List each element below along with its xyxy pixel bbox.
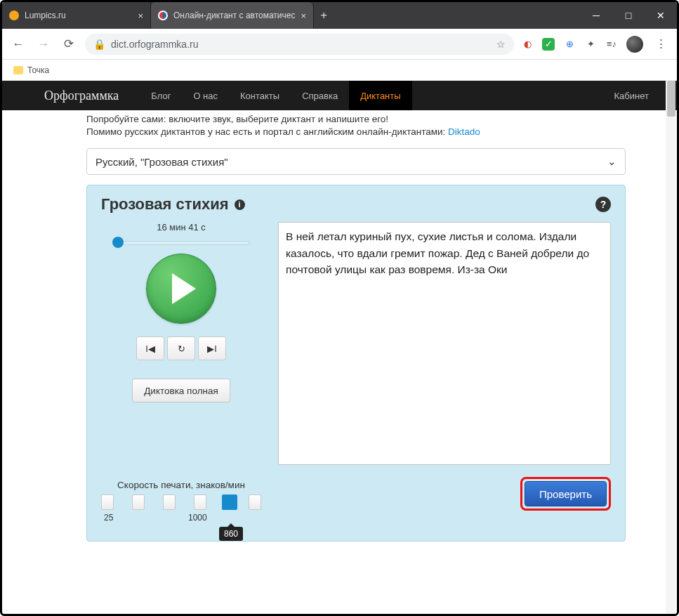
nav-about[interactable]: О нас [182,81,229,110]
mode-button[interactable]: Диктовка полная [132,379,230,402]
extensions-area: ◐ ✓ ⊕ ✦ ≡♪ ⋮ [521,35,670,53]
speed-tick[interactable] [194,494,206,510]
window-maximize-button[interactable]: □ [612,2,645,29]
profile-avatar[interactable] [626,36,643,53]
back-button[interactable]: ← [9,35,27,53]
new-tab-button[interactable]: + [314,2,334,29]
tab-title: Lumpics.ru [25,11,66,20]
card-title: Грозовая стихия [101,195,229,214]
speed-tick[interactable] [163,494,176,510]
check-button[interactable]: Проверить [525,481,607,506]
browser-toolbar: ← → ⟳ 🔒 dict.orfogrammka.ru ☆ ◐ ✓ ⊕ ✦ ≡♪… [2,29,677,60]
repeat-button[interactable]: ↻ [167,336,195,360]
check-highlight: Проверить [520,477,611,511]
address-bar[interactable]: 🔒 dict.orfogrammka.ru ☆ [85,34,514,55]
dictation-card: Грозовая стихия i ? 16 мин 41 с I◀ [86,185,626,542]
speed-max: 1000 [188,513,207,523]
speed-tooltip: 860 [219,527,243,541]
speed-tick[interactable] [132,494,145,510]
forward-button[interactable]: → [34,35,53,53]
reload-button[interactable]: ⟳ [60,35,78,53]
extensions-menu-icon[interactable]: ✦ [584,38,597,51]
speed-slider[interactable]: 25 1000 860 [101,494,261,520]
select-value: Русский, "Грозовая стихия" [95,156,228,168]
site-nav: Орфограммка Блог О нас Контакты Справка … [2,81,677,110]
favicon-icon [158,11,168,20]
star-icon[interactable]: ☆ [496,39,506,50]
progress-knob[interactable] [112,237,124,248]
scrollbar-track[interactable] [666,81,675,614]
speed-min: 25 [104,513,113,523]
scrollbar-thumb[interactable] [667,81,675,117]
help-icon[interactable]: ? [595,197,611,212]
window-titlebar: Lumpics.ru × Онлайн-диктант с автоматиче… [2,2,677,29]
chrome-menu-button[interactable]: ⋮ [652,35,670,53]
intro-line: Попробуйте сами: включите звук, выберите… [86,113,626,126]
folder-icon [13,66,23,74]
nav-dictations[interactable]: Диктанты [349,81,411,110]
speed-tick[interactable] [249,494,261,510]
dictation-select[interactable]: Русский, "Грозовая стихия" ⌄ [86,148,626,175]
speed-label: Скорость печати, знаков/мин [117,480,245,490]
diktado-link[interactable]: Diktado [448,126,480,137]
duration-label: 16 мин 41 с [157,222,206,232]
browser-tab-lumpics[interactable]: Lumpics.ru × [2,2,151,29]
nav-contacts[interactable]: Контакты [229,81,291,110]
bookmarks-bar: Точка [2,60,677,81]
info-icon[interactable]: i [235,199,245,210]
lock-icon: 🔒 [93,39,105,50]
extension-icon[interactable]: ◐ [521,38,534,51]
intro-text: Попробуйте сами: включите звук, выберите… [86,113,626,138]
intro-line: Помимо русских диктантов у нас есть и по… [86,126,448,137]
favicon-icon [9,11,19,20]
bookmark-link[interactable]: Точка [27,65,49,75]
nav-cabinet[interactable]: Кабинет [614,91,649,101]
prev-sentence-button[interactable]: I◀ [136,336,164,360]
extension-icon[interactable]: ≡♪ [605,38,618,51]
page-viewport: Орфограммка Блог О нас Контакты Справка … [2,81,677,614]
site-brand[interactable]: Орфограммка [44,89,140,103]
url-text: dict.orfogrammka.ru [111,39,198,50]
close-icon[interactable]: × [301,11,306,21]
extension-icon[interactable]: ✓ [542,38,555,51]
dictation-textarea[interactable] [278,222,611,465]
audio-progress[interactable] [112,237,250,248]
speed-tick[interactable] [101,494,114,510]
tab-title: Онлайн-диктант с автоматичес [173,11,295,20]
chevron-down-icon: ⌄ [607,155,617,168]
next-sentence-button[interactable]: ▶I [198,336,226,360]
browser-tab-orfogrammka[interactable]: Онлайн-диктант с автоматичес × [151,2,314,29]
speed-knob[interactable] [222,494,237,510]
close-icon[interactable]: × [138,11,143,21]
window-close-button[interactable]: ✕ [645,2,677,29]
nav-blog[interactable]: Блог [140,81,182,110]
progress-track [118,241,250,245]
play-icon [172,273,196,304]
nav-help[interactable]: Справка [291,81,349,110]
extension-icon[interactable]: ⊕ [563,38,576,51]
window-minimize-button[interactable]: ─ [580,2,612,29]
play-button[interactable] [146,254,216,324]
